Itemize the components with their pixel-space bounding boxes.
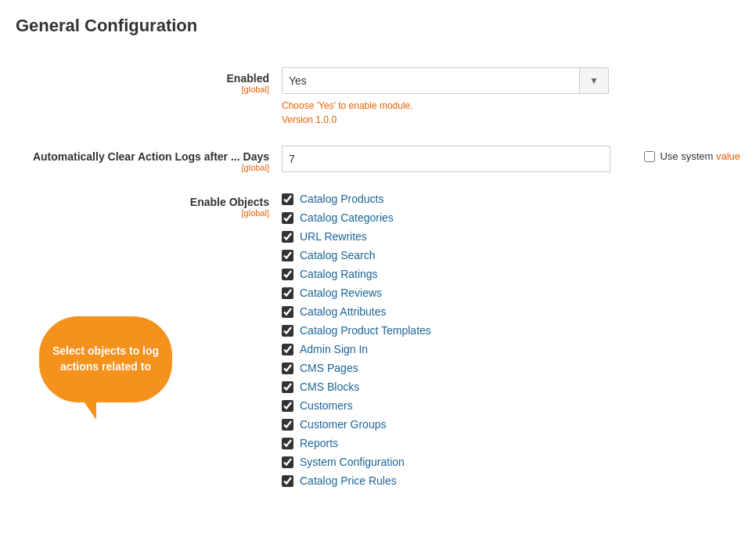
enabled-select[interactable]: Yes No <box>282 67 579 94</box>
system-value-link[interactable]: value <box>716 150 740 162</box>
checkbox-item: Customer Groups <box>282 417 740 432</box>
checkbox-item: System Configuration <box>282 454 740 470</box>
checkbox-label-cb_catalog_ratings[interactable]: Catalog Ratings <box>300 268 378 280</box>
checkbox-label-cb_catalog_product_templates[interactable]: Catalog Product Templates <box>300 324 431 337</box>
checkbox-label-cb_cms_blocks[interactable]: CMS Blocks <box>300 381 359 393</box>
enabled-hint-line2: Version 1.0.0 <box>282 113 740 127</box>
checkbox-label-cb_admin_sign_in[interactable]: Admin Sign In <box>300 343 368 355</box>
checkbox-cb_catalog_products[interactable] <box>282 193 293 205</box>
checkbox-label-cb_catalog_attributes[interactable]: Catalog Attributes <box>300 305 387 318</box>
checkbox-label-cb_system_configuration[interactable]: System Configuration <box>300 456 405 468</box>
checkbox-label-cb_cms_pages[interactable]: CMS Pages <box>300 362 358 374</box>
days-scope: [global] <box>16 163 269 172</box>
checkbox-cb_system_configuration[interactable] <box>282 456 293 468</box>
checkbox-cb_cms_pages[interactable] <box>282 362 293 374</box>
checkbox-label-cb_catalog_categories[interactable]: Catalog Categories <box>300 211 394 224</box>
checkbox-cb_catalog_search[interactable] <box>282 250 293 261</box>
checkbox-item: Catalog Products <box>282 191 740 207</box>
checkbox-cb_customers[interactable] <box>282 400 293 412</box>
checkbox-label-cb_customer_groups[interactable]: Customer Groups <box>300 418 386 431</box>
days-input[interactable] <box>282 146 610 172</box>
checkbox-cb_catalog_categories[interactable] <box>282 212 293 224</box>
objects-label: Enable Objects <box>16 196 269 208</box>
tooltip-bubble: Select objects to log actions related to <box>39 316 172 402</box>
checkbox-cb_catalog_ratings[interactable] <box>282 269 293 280</box>
checkboxes-container: Catalog ProductsCatalog CategoriesURL Re… <box>282 191 740 489</box>
checkbox-label-cb_customers[interactable]: Customers <box>300 399 353 412</box>
checkbox-item: Catalog Search <box>282 247 740 263</box>
enabled-hint-line1: Choose 'Yes' to enable module. <box>282 99 740 113</box>
checkbox-item: CMS Pages <box>282 360 740 376</box>
checkbox-item: Catalog Reviews <box>282 285 740 301</box>
checkbox-label-cb_url_rewrites[interactable]: URL Rewrites <box>300 230 367 243</box>
days-label: Automatically Clear Action Logs after ..… <box>16 150 269 163</box>
checkbox-label-cb_catalog_products[interactable]: Catalog Products <box>300 193 383 205</box>
checkbox-item: CMS Blocks <box>282 379 740 395</box>
objects-scope: [global] <box>16 208 269 218</box>
enabled-label: Enabled <box>16 72 269 85</box>
checkbox-item: Customers <box>282 398 740 413</box>
checkbox-cb_cms_blocks[interactable] <box>282 381 293 393</box>
checkbox-cb_catalog_product_templates[interactable] <box>282 325 293 337</box>
checkbox-item: URL Rewrites <box>282 229 740 244</box>
enabled-scope: [global] <box>16 85 269 94</box>
checkbox-item: Reports <box>282 435 740 451</box>
checkbox-label-cb_reports[interactable]: Reports <box>300 437 338 449</box>
checkbox-cb_catalog_price_rules[interactable] <box>282 475 293 487</box>
checkbox-item: Catalog Price Rules <box>282 473 740 489</box>
page-title: General Configuration <box>16 16 740 44</box>
checkbox-label-cb_catalog_reviews[interactable]: Catalog Reviews <box>300 287 382 299</box>
checkbox-cb_customer_groups[interactable] <box>282 419 293 431</box>
checkbox-label-cb_catalog_search[interactable]: Catalog Search <box>300 249 376 261</box>
system-value-checkbox[interactable] <box>644 151 655 162</box>
checkbox-cb_catalog_reviews[interactable] <box>282 287 293 299</box>
checkbox-cb_admin_sign_in[interactable] <box>282 344 293 355</box>
checkbox-cb_reports[interactable] <box>282 438 293 449</box>
checkbox-cb_url_rewrites[interactable] <box>282 231 293 243</box>
checkbox-item: Admin Sign In <box>282 341 740 357</box>
checkbox-item: Catalog Categories <box>282 210 740 225</box>
system-value-label: Use system value <box>660 150 740 162</box>
checkbox-cb_catalog_attributes[interactable] <box>282 306 293 318</box>
checkbox-item: Catalog Ratings <box>282 266 740 282</box>
checkbox-label-cb_catalog_price_rules[interactable]: Catalog Price Rules <box>300 474 397 487</box>
checkbox-item: Catalog Attributes <box>282 304 740 319</box>
checkbox-item: Catalog Product Templates <box>282 323 740 338</box>
select-arrow-icon: ▼ <box>579 67 609 94</box>
